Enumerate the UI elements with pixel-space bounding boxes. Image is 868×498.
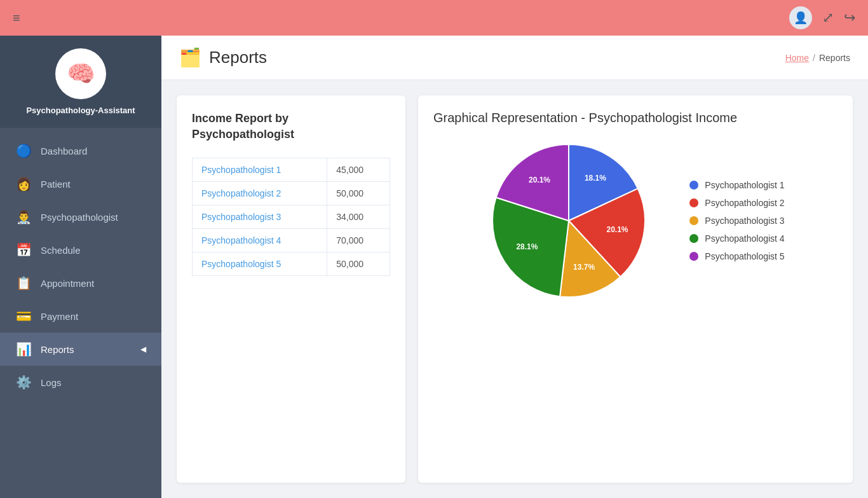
legend-dot-1 <box>689 181 698 190</box>
user-avatar[interactable]: 👤 <box>789 6 812 29</box>
table-row: Psychopathologist 4 70,000 <box>193 229 390 252</box>
sidebar-item-dashboard[interactable]: 🔵 Dashboard <box>0 134 161 167</box>
header-right: 👤 ⤢ ↪ <box>789 6 855 29</box>
income-table: Psychopathologist 1 45,000 Psychopatholo… <box>192 158 390 276</box>
logs-nav-label: Logs <box>41 377 146 388</box>
reports-nav-label: Reports <box>41 344 132 355</box>
psychopathologist-nav-icon: 👨‍⚕️ <box>15 209 32 225</box>
legend-dot-2 <box>689 198 698 207</box>
page-title: Reports <box>209 48 267 67</box>
income-amount-cell: 50,000 <box>327 182 390 205</box>
income-name-cell[interactable]: Psychopathologist 3 <box>193 205 327 229</box>
table-row: Psychopathologist 3 34,000 <box>193 205 390 229</box>
pie-label-4: 28.1% <box>517 242 538 251</box>
breadcrumb: Home / Reports <box>785 53 850 63</box>
income-name-cell[interactable]: Psychopathologist 2 <box>193 182 327 205</box>
appointment-nav-icon: 📋 <box>15 275 32 291</box>
sidebar-nav: 🔵 Dashboard 👩 Patient 👨‍⚕️ Psychopatholo… <box>0 128 161 405</box>
top-header: ≡ 👤 ⤢ ↪ <box>0 0 868 36</box>
pie-label-1: 18.1% <box>585 174 606 183</box>
legend-label-3: Psychopathologist 3 <box>705 216 784 226</box>
breadcrumb-separator: / <box>813 53 815 63</box>
reports-nav-arrow: ◀ <box>140 345 146 354</box>
income-amount-cell: 70,000 <box>327 229 390 252</box>
legend-item-4: Psychopathologist 4 <box>689 233 784 244</box>
legend-dot-5 <box>689 252 698 261</box>
sidebar-brand: 🧠 Psychopathology-Assistant <box>0 36 161 128</box>
dashboard-nav-icon: 🔵 <box>15 143 32 158</box>
breadcrumb-home-link[interactable]: Home <box>785 53 809 63</box>
income-name-cell[interactable]: Psychopathologist 1 <box>193 158 327 182</box>
sidebar-item-logs[interactable]: ⚙️ Logs <box>0 366 161 399</box>
income-amount-cell: 34,000 <box>327 205 390 229</box>
main-layout: 🧠 Psychopathology-Assistant 🔵 Dashboard … <box>0 36 868 498</box>
table-row: Psychopathologist 5 50,000 <box>193 252 390 276</box>
brand-logo: 🧠 <box>55 48 106 99</box>
sidebar-item-schedule[interactable]: 📅 Schedule <box>0 233 161 266</box>
income-card: Income Report by Psychopathologist Psych… <box>177 95 405 483</box>
pie-label-2: 20.1% <box>607 225 628 234</box>
graph-card: Graphical Representation - Psychopatholo… <box>418 95 853 483</box>
income-amount-cell: 45,000 <box>327 158 390 182</box>
legend-label-2: Psychopathologist 2 <box>705 198 784 208</box>
income-amount-cell: 50,000 <box>327 252 390 276</box>
logout-icon[interactable]: ↪ <box>844 10 855 26</box>
legend-dot-4 <box>689 234 698 243</box>
income-card-title: Income Report by Psychopathologist <box>192 111 390 142</box>
pie-chart-wrapper: 18.1%20.1%13.7%28.1%20.1% <box>486 138 651 303</box>
legend-item-1: Psychopathologist 1 <box>689 180 784 190</box>
payment-nav-label: Payment <box>41 311 146 322</box>
pie-label-5: 20.1% <box>529 176 550 184</box>
expand-icon[interactable]: ⤢ <box>822 10 834 26</box>
patient-nav-icon: 👩 <box>15 176 32 191</box>
legend: Psychopathologist 1 Psychopathologist 2 … <box>689 180 784 261</box>
appointment-nav-label: Appointment <box>41 278 146 289</box>
graph-title: Graphical Representation - Psychopatholo… <box>433 111 837 125</box>
dashboard-nav-label: Dashboard <box>41 146 146 156</box>
schedule-nav-label: Schedule <box>41 245 146 256</box>
sidebar-item-reports[interactable]: 📊 Reports ◀ <box>0 333 161 366</box>
page-title-area: 🗂️ Reports <box>179 47 267 68</box>
psychopathologist-nav-label: Psychopathologist <box>41 212 146 223</box>
content-area: 🗂️ Reports Home / Reports Income Report … <box>161 36 868 498</box>
page-header: 🗂️ Reports Home / Reports <box>161 36 868 80</box>
header-left: ≡ <box>13 11 20 25</box>
income-name-cell[interactable]: Psychopathologist 5 <box>193 252 327 276</box>
page-content: Income Report by Psychopathologist Psych… <box>161 80 868 498</box>
legend-label-4: Psychopathologist 4 <box>705 233 784 244</box>
sidebar-item-psychopathologist[interactable]: 👨‍⚕️ Psychopathologist <box>0 200 161 233</box>
sidebar-item-appointment[interactable]: 📋 Appointment <box>0 266 161 300</box>
patient-nav-label: Patient <box>41 179 146 190</box>
sidebar: 🧠 Psychopathology-Assistant 🔵 Dashboard … <box>0 36 161 498</box>
legend-dot-3 <box>689 216 698 225</box>
table-row: Psychopathologist 2 50,000 <box>193 182 390 205</box>
page-title-icon: 🗂️ <box>179 47 201 68</box>
legend-item-2: Psychopathologist 2 <box>689 198 784 208</box>
logs-nav-icon: ⚙️ <box>15 375 32 390</box>
legend-label-1: Psychopathologist 1 <box>705 180 784 190</box>
legend-item-3: Psychopathologist 3 <box>689 216 784 226</box>
schedule-nav-icon: 📅 <box>15 242 32 258</box>
income-name-cell[interactable]: Psychopathologist 4 <box>193 229 327 252</box>
sidebar-item-payment[interactable]: 💳 Payment <box>0 300 161 333</box>
pie-chart: 18.1%20.1%13.7%28.1%20.1% <box>486 138 651 303</box>
pie-label-3: 13.7% <box>573 263 595 272</box>
sidebar-item-patient[interactable]: 👩 Patient <box>0 167 161 200</box>
table-row: Psychopathologist 1 45,000 <box>193 158 390 182</box>
legend-label-5: Psychopathologist 5 <box>705 251 784 261</box>
brand-name: Psychopathology-Assistant <box>26 106 135 115</box>
hamburger-icon[interactable]: ≡ <box>13 11 20 25</box>
chart-container: 18.1%20.1%13.7%28.1%20.1% Psychopatholog… <box>433 138 837 303</box>
reports-nav-icon: 📊 <box>15 342 32 357</box>
breadcrumb-current: Reports <box>819 53 850 63</box>
legend-item-5: Psychopathologist 5 <box>689 251 784 261</box>
payment-nav-icon: 💳 <box>15 308 32 324</box>
